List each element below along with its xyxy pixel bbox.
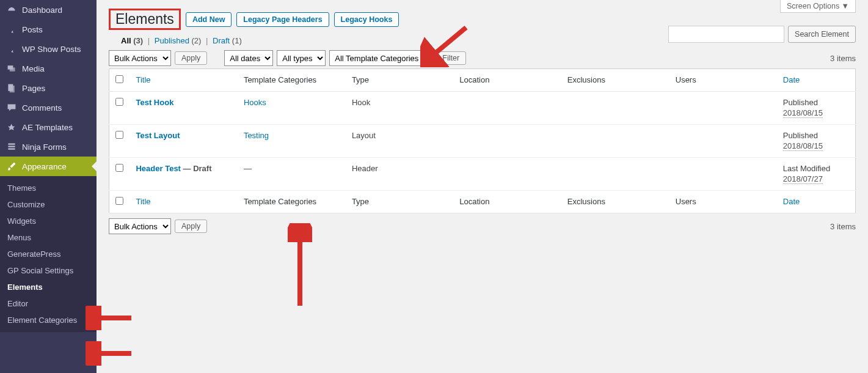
col-exclusions: Exclusions xyxy=(561,69,669,92)
select-all-checkbox-bottom[interactable] xyxy=(115,197,123,205)
submenu-item-editor[interactable]: Editor xyxy=(0,295,97,312)
dashboard-icon xyxy=(6,5,17,15)
table-row: Test Layout Testing Layout Published 201… xyxy=(109,125,856,158)
dates-select[interactable]: All dates xyxy=(224,50,273,66)
screen-options-tab[interactable]: Screen Options ▼ xyxy=(780,0,856,13)
sidebar-submenu-appearance: Themes Customize Widgets Menus GenerateP… xyxy=(0,176,97,332)
search-bar: Search Element xyxy=(668,26,856,43)
template-icon xyxy=(6,122,17,132)
col-date[interactable]: Date xyxy=(777,191,856,213)
sidebar-item-media[interactable]: Media xyxy=(0,59,97,78)
brush-icon xyxy=(6,161,17,171)
submenu-item-widgets[interactable]: Widgets xyxy=(0,213,97,229)
sidebar-item-posts[interactable]: Posts xyxy=(0,20,97,39)
submenu-item-element-categories[interactable]: Element Categories xyxy=(0,312,97,328)
annotation-arrow xyxy=(288,223,312,309)
sidebar-item-ninja-forms[interactable]: Ninja Forms xyxy=(0,137,97,157)
row-type: Layout xyxy=(346,125,453,158)
submenu-item-generatepress[interactable]: GeneratePress xyxy=(0,246,97,262)
row-checkbox[interactable] xyxy=(115,131,123,139)
col-date[interactable]: Date xyxy=(777,69,856,92)
tablenav-bottom: Bulk Actions Apply 3 items xyxy=(109,218,856,234)
view-all[interactable]: All (3) xyxy=(121,36,145,45)
search-input[interactable] xyxy=(668,26,784,43)
svg-rect-2 xyxy=(10,67,15,71)
submenu-item-gp-social[interactable]: GP Social Settings xyxy=(0,262,97,279)
sidebar-item-wp-show-posts[interactable]: WP Show Posts xyxy=(0,39,97,59)
sidebar-item-pages[interactable]: Pages xyxy=(0,78,97,98)
col-title[interactable]: Title xyxy=(129,191,237,213)
col-location: Location xyxy=(453,191,561,213)
sidebar-item-label: Comments xyxy=(22,103,62,113)
col-template-categories: Template Categories xyxy=(238,69,346,92)
sidebar-item-comments[interactable]: Comments xyxy=(0,98,97,117)
row-category: — xyxy=(238,158,346,191)
page-title-box: Elements xyxy=(109,9,181,30)
search-button[interactable]: Search Element xyxy=(788,26,856,43)
submenu-item-menus[interactable]: Menus xyxy=(0,229,97,246)
add-new-button[interactable]: Add New xyxy=(186,12,232,27)
col-users: Users xyxy=(669,69,777,92)
pin-icon xyxy=(6,44,17,54)
types-select[interactable]: All types xyxy=(277,50,326,66)
row-title-link[interactable]: Test Layout xyxy=(136,131,180,140)
svg-rect-5 xyxy=(8,143,15,144)
page-title: Elements xyxy=(112,10,178,28)
row-date: Last Modified 2018/07/27 xyxy=(777,158,856,191)
legacy-page-headers-button[interactable]: Legacy Page Headers xyxy=(236,12,329,27)
submenu-item-themes[interactable]: Themes xyxy=(0,180,97,196)
bulk-actions-select-bottom[interactable]: Bulk Actions xyxy=(109,218,171,234)
sidebar-item-dashboard[interactable]: Dashboard xyxy=(0,0,97,20)
row-title-link[interactable]: Header Test xyxy=(136,164,180,173)
select-all-checkbox[interactable] xyxy=(115,75,123,83)
row-date: Published 2018/08/15 xyxy=(777,125,856,158)
items-count-top: 3 items xyxy=(830,54,856,63)
sidebar-item-label: Pages xyxy=(22,84,45,93)
view-published[interactable]: Published (2) xyxy=(155,36,203,45)
elements-table: Title Template Categories Type Location … xyxy=(109,68,856,213)
media-icon xyxy=(6,64,17,73)
apply-button-bottom[interactable]: Apply xyxy=(175,220,207,233)
form-icon xyxy=(6,142,17,152)
template-categories-select[interactable]: All Template Categories xyxy=(329,50,432,66)
filter-button[interactable]: Filter xyxy=(436,51,466,65)
sidebar-item-appearance[interactable]: Appearance xyxy=(0,157,97,176)
row-checkbox[interactable] xyxy=(115,98,123,106)
tablenav-top: Bulk Actions Apply All dates All types A… xyxy=(109,50,856,66)
svg-rect-0 xyxy=(11,7,12,10)
submenu-item-elements[interactable]: Elements xyxy=(0,279,97,295)
submenu-item-customize[interactable]: Customize xyxy=(0,196,97,213)
bulk-actions-select[interactable]: Bulk Actions xyxy=(109,50,171,66)
row-category-link[interactable]: Testing xyxy=(244,131,269,140)
col-title[interactable]: Title xyxy=(129,69,237,92)
row-title-link[interactable]: Test Hook xyxy=(136,98,173,107)
sidebar-item-label: AE Templates xyxy=(22,123,73,132)
col-type: Type xyxy=(346,69,453,92)
view-draft[interactable]: Draft (1) xyxy=(213,36,242,45)
page-icon xyxy=(6,83,17,93)
col-type: Type xyxy=(346,191,453,213)
comment-icon xyxy=(6,103,17,113)
svg-rect-7 xyxy=(8,148,15,149)
sidebar-item-label: WP Show Posts xyxy=(22,45,81,54)
sidebar-item-label: Dashboard xyxy=(22,6,62,15)
row-checkbox[interactable] xyxy=(115,164,123,172)
apply-button[interactable]: Apply xyxy=(175,51,207,65)
col-users: Users xyxy=(669,191,777,213)
col-template-categories: Template Categories xyxy=(238,191,346,213)
table-row: Header Test — Draft — Header Last Modifi… xyxy=(109,158,856,191)
sidebar-item-label: Appearance xyxy=(22,162,67,171)
pin-icon xyxy=(6,24,17,34)
row-category-link[interactable]: Hooks xyxy=(244,98,266,107)
table-row: Test Hook Hooks Hook Published 2018/08/1… xyxy=(109,92,856,125)
sidebar-item-label: Media xyxy=(22,64,45,73)
admin-sidebar: Dashboard Posts WP Show Posts Media Page… xyxy=(0,0,97,373)
row-date: Published 2018/08/15 xyxy=(777,92,856,125)
sidebar-item-label: Ninja Forms xyxy=(22,142,67,152)
svg-rect-4 xyxy=(10,86,15,92)
legacy-hooks-button[interactable]: Legacy Hooks xyxy=(334,12,399,27)
main-content: Screen Options ▼ Elements Add New Legacy… xyxy=(97,0,868,373)
svg-rect-6 xyxy=(8,146,15,147)
col-location: Location xyxy=(453,69,561,92)
sidebar-item-ae-templates[interactable]: AE Templates xyxy=(0,117,97,137)
